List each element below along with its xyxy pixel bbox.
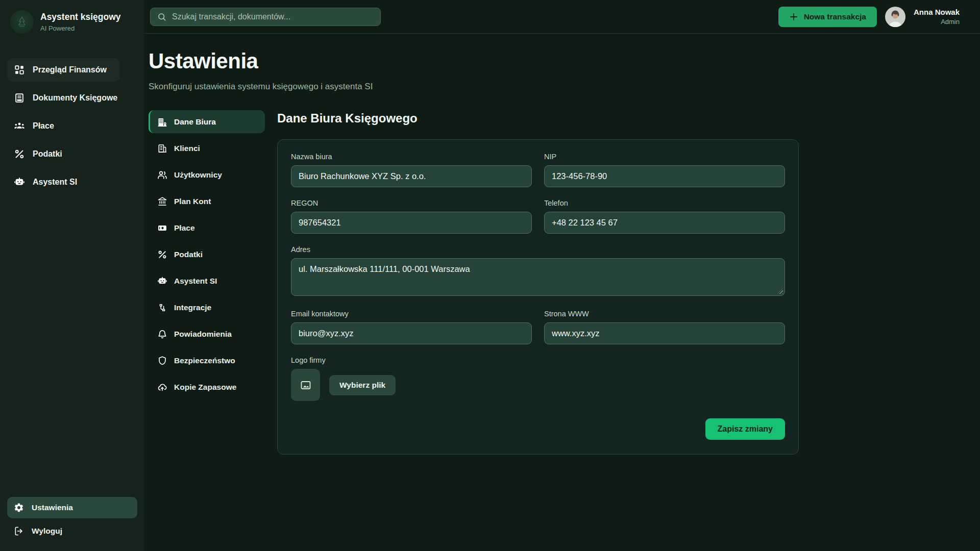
tab-bezpieczenstwo[interactable]: Bezpieczeństwo: [149, 349, 265, 372]
search-icon: [157, 12, 166, 21]
percent-icon: [157, 249, 167, 260]
logo-preview-box[interactable]: [291, 369, 320, 401]
tab-label: Klienci: [174, 144, 200, 153]
sidebar-item-label: Podatki: [33, 149, 62, 159]
clients-building-icon: [157, 143, 167, 154]
tab-label: Podatki: [174, 250, 203, 259]
new-transaction-button[interactable]: Nowa transakcja: [778, 7, 877, 27]
sidebar-item-dokumenty-ksiegowe[interactable]: Dokumenty Księgowe: [7, 86, 137, 110]
brand: Asystent księgowy AI Powered: [7, 8, 137, 39]
website-label: Strona WWW: [544, 310, 785, 318]
tab-label: Powiadomienia: [174, 330, 232, 339]
tab-klienci[interactable]: Klienci: [149, 137, 265, 160]
sidebar-item-label: Dokumenty Księgowe: [33, 93, 117, 103]
phone-label: Telefon: [544, 199, 785, 207]
regon-input[interactable]: [291, 212, 532, 234]
sidebar-item-przeglad-finansow[interactable]: Przegląd Finansów: [7, 58, 120, 82]
tab-place[interactable]: Płace: [149, 216, 265, 239]
sidebar-item-asystent-si[interactable]: Asystent SI: [7, 170, 137, 194]
sidebar-bottom: Ustawienia Wyloguj: [7, 497, 137, 542]
tab-label: Użytkownicy: [174, 170, 222, 180]
regon-label: REGON: [291, 199, 532, 207]
banknote-icon: [157, 223, 167, 233]
field-office-name: Nazwa biura: [291, 153, 532, 187]
field-address: Adres ul. Marszałkowska 111/111, 00-001 …: [291, 245, 785, 298]
field-phone: Telefon: [544, 199, 785, 234]
topbar: Nowa transakcja Anna Nowak Admin: [144, 0, 980, 34]
app-logo: [10, 10, 34, 34]
sidebar-item-wyloguj[interactable]: Wyloguj: [7, 520, 137, 542]
address-label: Adres: [291, 245, 785, 254]
nip-input[interactable]: [544, 165, 785, 187]
save-changes-button[interactable]: Zapisz zmiany: [705, 418, 785, 440]
app-title: Asystent księgowy: [40, 12, 121, 23]
logo-label: Logo firmy: [291, 356, 785, 364]
tree-logo-icon: [14, 14, 30, 30]
plus-icon: [789, 12, 798, 21]
bank-icon: [157, 196, 167, 207]
field-email: Email kontaktowy: [291, 310, 532, 344]
tab-uzytkownicy[interactable]: Użytkownicy: [149, 163, 265, 186]
image-icon: [300, 379, 312, 391]
app-tagline: AI Powered: [40, 24, 121, 32]
sidebar-item-podatki[interactable]: Podatki: [7, 142, 137, 166]
website-input[interactable]: [544, 322, 785, 344]
dashboard-icon: [14, 64, 25, 76]
tab-asystent-si[interactable]: Asystent SI: [149, 269, 265, 292]
page-subtitle: Skonfiguruj ustawienia systemu księgoweg…: [149, 82, 960, 92]
sidebar-item-label: Wyloguj: [32, 527, 62, 536]
sidebar-item-ustawienia[interactable]: Ustawienia: [7, 497, 137, 518]
sidebar: Asystent księgowy AI Powered Przegląd Fi…: [0, 0, 144, 551]
office-data-panel: Dane Biura Księgowego Nazwa biura NIP RE…: [277, 110, 799, 455]
nip-label: NIP: [544, 153, 785, 161]
avatar[interactable]: [885, 7, 905, 27]
shield-icon: [157, 356, 167, 366]
phone-input[interactable]: [544, 212, 785, 234]
tab-label: Integracje: [174, 303, 211, 312]
tab-label: Płace: [174, 223, 195, 233]
cloud-upload-icon: [157, 382, 167, 392]
field-website: Strona WWW: [544, 310, 785, 344]
robot-icon: [157, 276, 167, 286]
settings-tabs: Dane Biura Klienci: [149, 110, 265, 455]
page-title: Ustawienia: [149, 49, 960, 73]
tab-dane-biura[interactable]: Dane Biura: [149, 110, 265, 133]
tab-label: Dane Biura: [174, 117, 216, 127]
documents-icon: [14, 92, 25, 104]
tab-label: Asystent SI: [174, 277, 217, 286]
tab-label: Plan Kont: [174, 197, 211, 206]
bell-icon: [157, 329, 167, 339]
search-box[interactable]: [150, 8, 381, 26]
gear-icon: [14, 503, 24, 513]
tab-powiadomienia[interactable]: Powiadomienia: [149, 322, 265, 345]
users-icon: [157, 170, 167, 180]
address-textarea[interactable]: ul. Marszałkowska 111/111, 00-001 Warsza…: [291, 258, 785, 296]
form-title: Dane Biura Księgowego: [277, 111, 799, 126]
avatar-photo: [885, 7, 905, 27]
office-data-card: Nazwa biura NIP REGON Telefon: [277, 139, 799, 455]
people-icon: [14, 120, 25, 132]
office-name-input[interactable]: [291, 165, 532, 187]
logout-icon: [14, 526, 24, 536]
tab-kopie-zapasowe[interactable]: Kopie Zapasowe: [149, 375, 265, 398]
office-building-icon: [157, 117, 167, 127]
sidebar-item-label: Asystent SI: [33, 178, 77, 187]
email-input[interactable]: [291, 322, 532, 344]
tab-integracje[interactable]: Integracje: [149, 296, 265, 319]
tab-podatki[interactable]: Podatki: [149, 243, 265, 266]
sidebar-item-label: Przegląd Finansów: [33, 65, 107, 74]
email-label: Email kontaktowy: [291, 310, 532, 318]
new-transaction-label: Nowa transakcja: [804, 12, 866, 21]
sidebar-item-place[interactable]: Płace: [7, 114, 137, 138]
tab-plan-kont[interactable]: Plan Kont: [149, 190, 265, 213]
choose-file-button[interactable]: Wybierz plik: [329, 375, 396, 395]
field-regon: REGON: [291, 199, 532, 234]
search-input[interactable]: [172, 12, 374, 21]
plug-icon: [157, 303, 167, 313]
office-name-label: Nazwa biura: [291, 153, 532, 161]
settings-page: Ustawienia Skonfiguruj ustawienia system…: [144, 34, 980, 455]
user-name: Anna Nowak: [914, 8, 960, 17]
main-navigation: Przegląd Finansów Dokumenty Księgowe Pła…: [7, 58, 137, 194]
robot-icon: [14, 177, 25, 188]
tab-label: Bezpieczeństwo: [174, 356, 235, 365]
